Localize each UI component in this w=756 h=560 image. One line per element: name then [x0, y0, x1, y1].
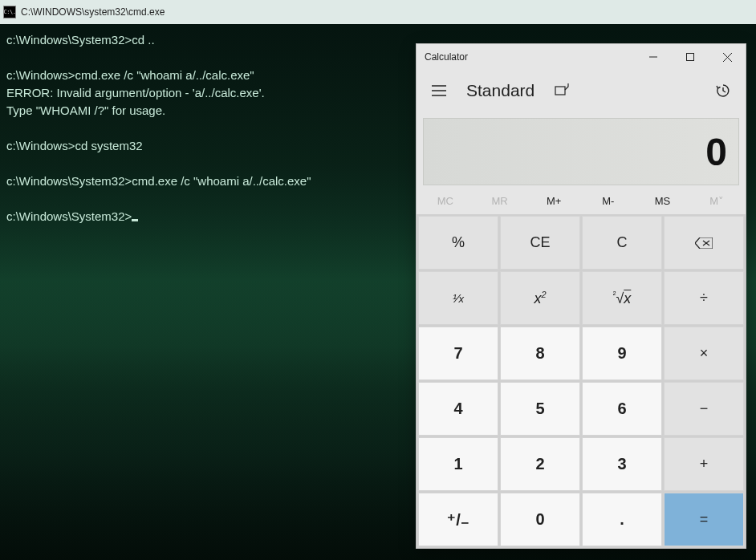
memory-list-button[interactable]: M˅: [689, 187, 744, 214]
menu-button[interactable]: [423, 75, 455, 107]
equals-button[interactable]: =: [664, 493, 744, 546]
digit-5-button[interactable]: 5: [500, 382, 580, 436]
svg-rect-7: [555, 87, 565, 95]
memory-row: MC MR M+ M- MS M˅: [417, 187, 746, 214]
percent-button[interactable]: %: [418, 216, 498, 270]
calculator-display: 0: [423, 118, 739, 185]
cmd-line: c:\Windows\System32>cmd.exe /c "whoami a…: [6, 174, 311, 188]
calculator-keypad: % CE C ¹∕x x2 ²√x ÷ 7 8 9 × 4 5 6 −: [417, 214, 746, 548]
cmd-line: ERROR: Invalid argument/option - 'a/../c…: [6, 86, 265, 99]
plus-button[interactable]: +: [664, 437, 744, 491]
keep-on-top-icon: [555, 83, 569, 98]
cmd-prompt: c:\Windows\System32>: [6, 209, 132, 223]
keep-on-top-button[interactable]: [551, 79, 573, 102]
negate-button[interactable]: ⁺/₋: [418, 493, 498, 546]
memory-clear-button[interactable]: MC: [418, 187, 473, 214]
clear-entry-button[interactable]: CE: [500, 216, 580, 270]
calculator-window: Calculator Standard: [416, 43, 746, 549]
history-button[interactable]: [707, 75, 739, 107]
digit-1-button[interactable]: 1: [418, 437, 498, 491]
hamburger-icon: [432, 85, 446, 96]
minus-button[interactable]: −: [664, 382, 744, 436]
cmd-titlebar: C:\. C:\WINDOWS\system32\cmd.exe: [0, 0, 756, 24]
backspace-button[interactable]: [664, 216, 744, 270]
square-root-button[interactable]: ²√x: [582, 271, 662, 325]
history-icon: [715, 83, 731, 99]
digit-3-button[interactable]: 3: [582, 437, 662, 491]
memory-recall-button[interactable]: MR: [473, 187, 527, 214]
reciprocal-button[interactable]: ¹∕x: [418, 271, 498, 325]
memory-subtract-button[interactable]: M-: [581, 187, 636, 214]
digit-4-button[interactable]: 4: [418, 382, 498, 436]
decimal-button[interactable]: .: [582, 493, 662, 546]
svg-rect-1: [687, 54, 694, 61]
digit-6-button[interactable]: 6: [582, 382, 662, 436]
square-button[interactable]: x2: [500, 271, 580, 325]
memory-store-button[interactable]: MS: [636, 187, 690, 214]
calculator-titlebar[interactable]: Calculator: [417, 44, 746, 70]
calculator-title: Calculator: [425, 51, 635, 63]
digit-0-button[interactable]: 0: [500, 493, 580, 546]
cmd-line: c:\Windows>cd system32: [6, 139, 143, 152]
cmd-window-title: C:\WINDOWS\system32\cmd.exe: [21, 6, 165, 18]
cmd-line: c:\Windows\System32>cd ..: [6, 33, 155, 47]
digit-8-button[interactable]: 8: [500, 327, 580, 380]
cmd-line: c:\Windows>cmd.exe /c "whoami a/../calc.…: [6, 68, 254, 82]
backspace-icon: [695, 237, 713, 249]
clear-button[interactable]: C: [582, 216, 662, 270]
digit-2-button[interactable]: 2: [500, 437, 580, 491]
minimize-button[interactable]: [635, 44, 672, 70]
divide-button[interactable]: ÷: [664, 271, 744, 325]
memory-add-button[interactable]: M+: [526, 187, 581, 214]
multiply-button[interactable]: ×: [664, 327, 744, 380]
calculator-header: Standard: [417, 70, 746, 113]
maximize-button[interactable]: [672, 44, 709, 70]
close-button[interactable]: [709, 44, 746, 70]
digit-7-button[interactable]: 7: [418, 327, 498, 380]
calculator-mode-label: Standard: [466, 81, 534, 100]
cmd-line: Type "WHOAMI /?" for usage.: [6, 103, 165, 117]
cmd-cursor: [132, 219, 138, 221]
digit-9-button[interactable]: 9: [582, 327, 662, 380]
cmd-icon: C:\.: [3, 6, 16, 18]
